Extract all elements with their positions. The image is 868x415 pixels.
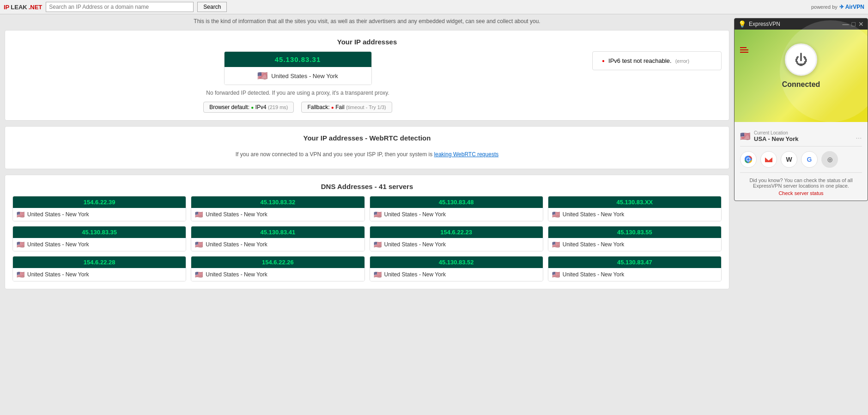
red-dot-icon: ●	[331, 105, 334, 110]
dns-location: 🇺🇸 United States - New York	[13, 238, 186, 251]
dns-loc-text: United States - New York	[384, 271, 446, 278]
ipv6-box: ● IPv6 test not reachable. (error)	[592, 51, 722, 70]
dns-loc-text: United States - New York	[206, 271, 267, 278]
dns-location: 🇺🇸 United States - New York	[191, 268, 364, 281]
dns-ip: 154.6.22.26	[191, 256, 364, 268]
dns-item: 45.130.83.XX 🇺🇸 United States - New York	[548, 196, 722, 221]
browser-default-pill: Browser default: ● IPv4 (219 ms)	[203, 102, 294, 113]
ip-addresses-card: Your IP addresses 45.130.83.31 🇺🇸 United…	[5, 30, 729, 121]
dns-ip: 45.130.83.48	[370, 196, 543, 208]
vpn-app-wikipedia[interactable]: W	[781, 151, 797, 168]
powered-by: powered by ✈ AirVPN	[811, 4, 864, 10]
vpn-check-server-link[interactable]: Check server status	[740, 190, 862, 196]
vpn-location-value: USA - New York	[754, 135, 799, 142]
vpn-connected-label: Connected	[782, 80, 820, 89]
vpn-menu-button[interactable]	[740, 46, 748, 54]
vpn-location-row: 🇺🇸 Current Location USA - New York …	[740, 127, 862, 146]
dns-grid: 154.6.22.39 🇺🇸 United States - New York …	[12, 196, 722, 281]
vpn-app-google[interactable]: G	[801, 151, 818, 168]
dns-flag-icon: 🇺🇸	[552, 271, 560, 278]
dns-ip: 154.6.22.39	[13, 196, 186, 208]
ip-title: Your IP addresses	[12, 38, 722, 46]
topbar: IPLEAK.NET Search powered by ✈ AirVPN	[0, 0, 868, 14]
dns-location: 🇺🇸 United States - New York	[370, 238, 543, 251]
ipv6-label: IPv6 test not reachable.	[608, 57, 672, 64]
logo: IPLEAK.NET	[4, 4, 42, 11]
dns-location: 🇺🇸 United States - New York	[191, 238, 364, 251]
dns-loc-text: United States - New York	[206, 241, 267, 248]
vpn-apps-row: W G ⊕	[740, 146, 862, 173]
vpn-app-gmail[interactable]	[760, 151, 777, 168]
dns-item: 45.130.83.47 🇺🇸 United States - New York	[548, 256, 722, 281]
vpn-more-options-button[interactable]: …	[856, 133, 862, 140]
webrtc-card: Your IP addresses - WebRTC detection If …	[5, 126, 729, 169]
dns-item: 45.130.83.32 🇺🇸 United States - New York	[191, 196, 364, 221]
dns-location: 🇺🇸 United States - New York	[13, 268, 186, 281]
dns-loc-text: United States - New York	[384, 241, 446, 248]
dns-flag-icon: 🇺🇸	[17, 271, 24, 278]
airvpn-logo: ✈ AirVPN	[839, 4, 864, 10]
dns-loc-text: United States - New York	[27, 211, 89, 218]
dns-location: 🇺🇸 United States - New York	[13, 208, 186, 221]
dns-loc-text: United States - New York	[384, 211, 446, 218]
dns-item: 45.130.83.41 🇺🇸 United States - New York	[191, 226, 364, 251]
dns-item: 154.6.22.39 🇺🇸 United States - New York	[12, 196, 186, 221]
vpn-body: ⏻ Connected	[734, 30, 868, 122]
vpn-lower: 🇺🇸 Current Location USA - New York …	[734, 122, 868, 201]
vpn-app-more[interactable]: ⊕	[821, 151, 838, 168]
ipv6-error: (error)	[675, 58, 690, 64]
dns-loc-text: United States - New York	[563, 211, 624, 218]
vpn-country-flag: 🇺🇸	[740, 131, 750, 141]
dns-flag-icon: 🇺🇸	[552, 211, 560, 218]
vpn-power-icon: ⏻	[795, 52, 807, 67]
dns-location: 🇺🇸 United States - New York	[548, 238, 721, 251]
vpn-location-label: Current Location	[754, 130, 799, 135]
dns-ip: 154.6.22.23	[370, 226, 543, 238]
no-forward-text: No forwarded IP detected. If you are usi…	[12, 90, 583, 96]
vpn-app-chrome[interactable]	[740, 151, 757, 168]
webrtc-link[interactable]: leaking WebRTC requests	[434, 151, 499, 158]
dns-flag-icon: 🇺🇸	[374, 211, 382, 218]
dns-location: 🇺🇸 United States - New York	[548, 268, 721, 281]
dns-flag-icon: 🇺🇸	[17, 241, 24, 248]
dns-card: DNS Addresses - 41 servers 154.6.22.39 🇺…	[5, 175, 729, 289]
dns-location: 🇺🇸 United States - New York	[370, 268, 543, 281]
dns-ip: 45.130.83.55	[548, 226, 721, 238]
dns-location: 🇺🇸 United States - New York	[191, 208, 364, 221]
expressvpn-logo-icon: 💡	[738, 20, 746, 28]
detection-row: Browser default: ● IPv4 (219 ms) Fallbac…	[12, 102, 583, 113]
dns-flag-icon: 🇺🇸	[552, 241, 560, 248]
vpn-info-text: Did you know? You can check the status o…	[740, 173, 862, 190]
search-input[interactable]	[46, 2, 194, 12]
vpn-close-btn[interactable]: ✕	[858, 20, 864, 28]
dns-ip: 45.130.83.XX	[548, 196, 721, 208]
dns-ip: 45.130.83.32	[191, 196, 364, 208]
dns-item: 154.6.22.23 🇺🇸 United States - New York	[370, 226, 543, 251]
dns-flag-icon: 🇺🇸	[374, 241, 382, 248]
ip-main-box: 45.130.83.31 🇺🇸 United States - New York	[224, 51, 372, 85]
dns-item: 45.130.83.52 🇺🇸 United States - New York	[370, 256, 543, 281]
ip-address: 45.130.83.31	[225, 52, 371, 67]
dns-flag-icon: 🇺🇸	[195, 211, 203, 218]
dns-flag-icon: 🇺🇸	[374, 271, 382, 278]
dns-ip: 45.130.83.41	[191, 226, 364, 238]
ipv6-red-dot: ●	[602, 58, 605, 63]
dns-flag-icon: 🇺🇸	[17, 211, 24, 218]
intro-text: This is the kind of information that all…	[5, 18, 729, 24]
dns-ip: 45.130.83.52	[370, 256, 543, 268]
dns-flag-icon: 🇺🇸	[195, 241, 203, 248]
dns-item: 154.6.22.26 🇺🇸 United States - New York	[191, 256, 364, 281]
vpn-power-button[interactable]: ⏻	[785, 43, 817, 76]
dns-ip: 154.6.22.28	[13, 256, 186, 268]
dns-flag-icon: 🇺🇸	[195, 271, 203, 278]
dns-loc-text: United States - New York	[206, 211, 267, 218]
dns-loc-text: United States - New York	[563, 271, 624, 278]
dns-location: 🇺🇸 United States - New York	[548, 208, 721, 221]
search-button[interactable]: Search	[197, 2, 227, 12]
webrtc-text: If you are now connected to a VPN and yo…	[12, 147, 722, 161]
dns-title: DNS Addresses - 41 servers	[12, 183, 722, 190]
dns-loc-text: United States - New York	[27, 271, 89, 278]
green-dot-icon: ●	[251, 105, 254, 110]
location-text: United States - New York	[271, 73, 338, 79]
dns-item: 45.130.83.55 🇺🇸 United States - New York	[548, 226, 722, 251]
